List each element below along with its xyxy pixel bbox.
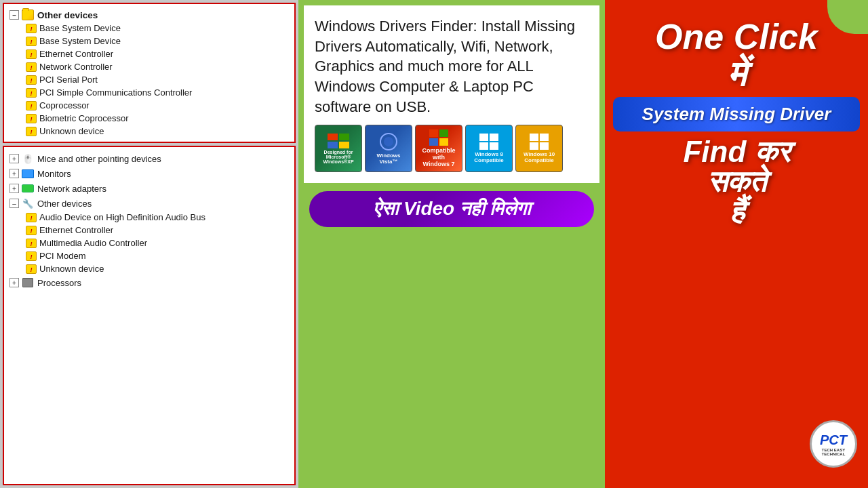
device-label: Monitors: [37, 169, 71, 179]
warning-icon: !: [26, 226, 37, 235]
expand-icon[interactable]: –: [9, 199, 19, 208]
expand-icon[interactable]: +: [9, 154, 19, 163]
device-label: Mice and other pointing devices: [37, 154, 161, 164]
device-label: Network Controller: [39, 62, 113, 72]
logo-7: CompatiblewithWindows 7: [415, 125, 462, 172]
top-category[interactable]: – Other devices: [9, 8, 289, 22]
device-item-4[interactable]: ! Network Controller: [9, 60, 289, 73]
device-item-2[interactable]: ! Base System Device: [9, 35, 289, 47]
top-accent: [827, 0, 868, 34]
warning-icon: !: [26, 127, 37, 136]
svg-rect-11: [490, 134, 498, 141]
audio-device-item[interactable]: ! Audio Device on High Definition Audio …: [9, 211, 289, 224]
svg-rect-1: [339, 134, 349, 140]
svg-rect-6: [429, 129, 438, 137]
logo-circle: PCT TECH EASY TECHNICAL: [810, 420, 857, 468]
warning-icon: !: [26, 49, 37, 59]
device-item-9[interactable]: ! Unknown device: [9, 125, 289, 138]
device-item-8[interactable]: ! Biometric Coprocessor: [9, 112, 289, 125]
device-label: Base System Device: [39, 23, 121, 33]
unknown-device-item[interactable]: ! Unknown device: [9, 262, 289, 275]
right-panel: One Click में System Missing Driver Find…: [605, 0, 868, 488]
logo-8: Windows 8Compatible: [465, 125, 513, 172]
device-label: Coprocessor: [39, 100, 90, 110]
device-item-6[interactable]: ! PCI Simple Communications Controller: [9, 86, 289, 99]
svg-rect-7: [439, 129, 448, 137]
mice-item[interactable]: + 🖱️ Mice and other pointing devices: [9, 151, 289, 166]
middle-panel: Windows Drivers Finder: Install Missing …: [298, 0, 605, 488]
network-adapters-item[interactable]: + Network adapters: [9, 181, 289, 196]
monitors-item[interactable]: + Monitors: [9, 166, 289, 181]
warning-icon: !: [26, 114, 37, 123]
svg-rect-16: [530, 142, 538, 150]
processors-item[interactable]: + Processors: [9, 275, 289, 290]
device-item-5[interactable]: ! PCI Serial Port: [9, 73, 289, 86]
find-text: Find कर: [683, 137, 789, 167]
pct-text: PCT: [820, 432, 847, 448]
warning-icon: !: [26, 24, 37, 33]
device-item-7[interactable]: ! Coprocessor: [9, 99, 289, 112]
svg-rect-13: [490, 142, 498, 150]
expand-icon[interactable]: +: [9, 169, 19, 178]
warning-icon: !: [26, 251, 37, 261]
svg-rect-9: [439, 138, 448, 146]
hain-text: हैं: [730, 197, 744, 226]
bottom-device-box: + 🖱️ Mice and other pointing devices + M…: [3, 146, 296, 485]
pci-modem-item[interactable]: ! PCI Modem: [9, 249, 289, 262]
logo-10: Windows 10Compatible: [515, 125, 563, 172]
device-item-3[interactable]: ! Ethernet Controller: [9, 47, 289, 60]
svg-rect-0: [328, 134, 338, 140]
expand-icon[interactable]: –: [9, 10, 19, 20]
category-label: Other devices: [37, 10, 98, 20]
svg-rect-14: [530, 134, 538, 141]
other-devices-item[interactable]: – 🔧 Other devices: [9, 196, 289, 211]
bottom-banner-text: ऐसा Video नही मिलेगा: [373, 198, 530, 219]
top-device-box: – Other devices ! Base System Device ! B…: [3, 3, 296, 143]
device-item-1[interactable]: ! Base System Device: [9, 22, 289, 35]
logo-circle-label: TECH EASY TECHNICAL: [812, 448, 855, 456]
device-label: Other devices: [37, 199, 92, 209]
other-devices-icon: 🔧: [22, 197, 34, 209]
warning-icon: !: [26, 37, 37, 46]
mein-text: में: [728, 56, 746, 92]
device-label: Processors: [37, 278, 81, 288]
warning-icon: !: [26, 75, 37, 85]
description-text: Windows Drivers Finder: Install Missing …: [315, 16, 589, 117]
device-label: Biometric Coprocessor: [39, 113, 129, 123]
device-label: Ethernet Controller: [39, 49, 113, 59]
device-label: Multimedia Audio Controller: [39, 238, 147, 248]
sakte-text: सकते: [707, 167, 766, 197]
svg-rect-8: [429, 138, 438, 146]
device-label: Network adapters: [37, 184, 106, 194]
multimedia-audio-item[interactable]: ! Multimedia Audio Controller: [9, 237, 289, 249]
svg-rect-17: [540, 142, 549, 150]
warning-icon: !: [26, 213, 37, 222]
windows-logos: Designed forMicrosoft®Windows®XP Windows…: [315, 125, 589, 172]
expand-icon[interactable]: +: [9, 278, 19, 287]
warning-icon: !: [26, 101, 37, 110]
warning-icon: !: [26, 239, 37, 248]
svg-rect-12: [479, 142, 488, 150]
left-panel: – Other devices ! Base System Device ! B…: [0, 0, 298, 488]
system-missing-text: System Missing Driver: [642, 104, 831, 124]
network-icon: [22, 182, 34, 195]
folder-icon: [22, 9, 34, 20]
device-label: PCI Modem: [39, 251, 86, 261]
device-label: PCI Serial Port: [39, 75, 98, 85]
svg-rect-10: [479, 134, 488, 141]
monitor-icon: [22, 167, 34, 180]
processor-icon: [22, 277, 34, 289]
logo-vista: WindowsVista™: [365, 125, 412, 172]
warning-icon: !: [26, 62, 37, 72]
device-label: Base System Device: [39, 36, 121, 46]
svg-rect-15: [540, 134, 549, 141]
expand-icon[interactable]: +: [9, 184, 19, 193]
mice-icon: 🖱️: [22, 152, 34, 165]
svg-point-5: [384, 137, 393, 146]
ethernet-item[interactable]: ! Ethernet Controller: [9, 224, 289, 237]
system-missing-box: System Missing Driver: [613, 97, 860, 131]
logo-xp: Designed forMicrosoft®Windows®XP: [315, 125, 362, 172]
device-label: Ethernet Controller: [39, 225, 113, 235]
bottom-banner: ऐसा Video नही मिलेगा: [309, 191, 594, 227]
device-label: Unknown device: [39, 126, 104, 136]
